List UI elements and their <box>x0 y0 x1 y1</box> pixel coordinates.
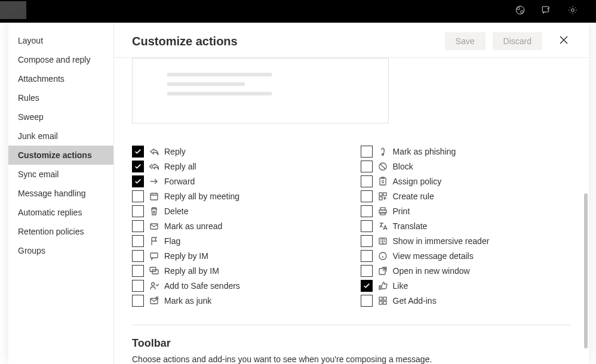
option-mark-as-unread: Mark as unread <box>132 218 343 233</box>
checkbox[interactable] <box>132 220 144 232</box>
sidebar-item-groups[interactable]: Groups <box>8 241 113 260</box>
option-label: Get Add-ins <box>393 296 437 306</box>
option-assign-policy: Assign policy <box>361 174 572 189</box>
sidebar-item-message-handling[interactable]: Message handling <box>8 184 113 203</box>
trash-icon <box>149 206 159 217</box>
svg-rect-5 <box>150 193 158 200</box>
settings-panel: LayoutCompose and replyAttachmentsRulesS… <box>8 23 589 364</box>
checkbox[interactable] <box>132 235 144 247</box>
checkbox[interactable] <box>361 220 373 232</box>
checkbox[interactable] <box>132 190 144 202</box>
forward-icon <box>149 176 159 187</box>
sidebar-item-retention-policies[interactable]: Retention policies <box>8 222 113 241</box>
discard-button[interactable]: Discard <box>493 32 542 50</box>
options-column-right: Mark as phishingBlockAssign policyCreate… <box>361 144 572 308</box>
option-label: Open in new window <box>393 266 470 276</box>
rule-icon <box>377 191 388 202</box>
option-create-rule: Create rule <box>361 189 572 203</box>
option-label: View message details <box>393 251 474 261</box>
option-mark-as-junk: Mark as junk <box>132 293 343 308</box>
option-block: Block <box>361 159 572 174</box>
checkbox[interactable] <box>132 175 144 187</box>
topbar-right <box>515 5 596 18</box>
option-label: Like <box>393 281 408 291</box>
preview-line <box>167 73 272 76</box>
details-icon <box>377 251 388 261</box>
checkbox[interactable] <box>132 146 144 158</box>
sidebar-item-layout[interactable]: Layout <box>8 31 113 50</box>
option-label: Mark as junk <box>164 296 211 306</box>
option-label: Reply all by IM <box>164 266 219 276</box>
checkbox[interactable] <box>361 175 373 187</box>
checkbox[interactable] <box>361 265 373 277</box>
content-scroll: ReplyReply allForwardReply all by meetin… <box>114 58 589 364</box>
checkbox[interactable] <box>361 161 373 172</box>
reply-all-icon <box>149 161 159 172</box>
settings-gear-icon[interactable] <box>567 5 578 18</box>
translate-icon <box>377 221 388 232</box>
checkbox[interactable] <box>132 265 144 277</box>
scrollbar-thumb[interactable] <box>584 193 588 348</box>
svg-point-4 <box>572 9 575 12</box>
page-title: Customize actions <box>132 35 238 48</box>
calendar-icon <box>149 191 159 202</box>
option-reply-all: Reply all <box>132 159 343 174</box>
sidebar-item-customize-actions[interactable]: Customize actions <box>8 146 113 165</box>
svg-rect-18 <box>379 197 382 200</box>
action-options-grid: ReplyReply allForwardReply all by meetin… <box>132 144 571 308</box>
checkbox[interactable] <box>132 280 144 292</box>
scrollbar-track[interactable] <box>583 56 589 364</box>
svg-point-2 <box>521 11 524 14</box>
feedback-icon[interactable] <box>541 5 552 18</box>
sidebar-item-attachments[interactable]: Attachments <box>8 69 113 88</box>
sidebar-item-automatic-replies[interactable]: Automatic replies <box>8 203 113 222</box>
option-label: Reply all <box>164 162 196 171</box>
chat-all-icon <box>149 266 159 276</box>
svg-rect-28 <box>383 301 386 304</box>
settings-sidebar: LayoutCompose and replyAttachmentsRulesS… <box>8 23 113 364</box>
sidebar-item-junk-email[interactable]: Junk email <box>8 127 113 146</box>
option-label: Create rule <box>393 192 434 201</box>
option-label: Translate <box>393 221 428 231</box>
checkbox[interactable] <box>361 205 373 217</box>
option-label: Assign policy <box>393 177 442 186</box>
checkbox[interactable] <box>361 280 373 292</box>
option-reply: Reply <box>132 144 343 159</box>
checkbox[interactable] <box>361 190 373 202</box>
option-get-add-ins: Get Add-ins <box>361 293 572 308</box>
app-launcher[interactable] <box>0 1 26 19</box>
option-reply-all-by-meeting: Reply all by meeting <box>132 189 343 203</box>
settings-content: Customize actions Save Discard ReplyRepl… <box>113 23 589 364</box>
sidebar-item-sweep[interactable]: Sweep <box>8 107 113 127</box>
option-label: Reply by IM <box>164 251 208 261</box>
svg-rect-7 <box>150 253 158 258</box>
close-button[interactable] <box>557 33 571 50</box>
preview-line <box>167 82 245 86</box>
checkbox[interactable] <box>132 161 144 172</box>
checkbox[interactable] <box>361 250 373 262</box>
option-view-message-details: View message details <box>361 248 572 263</box>
option-like: Like <box>361 278 572 293</box>
toolbar-section: Toolbar Choose actions and add-ins you w… <box>132 325 571 364</box>
sidebar-item-compose-and-reply[interactable]: Compose and reply <box>8 50 113 69</box>
checkbox[interactable] <box>132 295 144 307</box>
option-mark-as-phishing: Mark as phishing <box>361 144 572 159</box>
svg-rect-17 <box>383 193 386 196</box>
mail-junk-icon <box>149 295 159 306</box>
checkbox[interactable] <box>361 295 373 307</box>
option-label: Print <box>393 206 410 216</box>
skype-icon[interactable] <box>515 5 526 18</box>
option-delete: Delete <box>132 203 343 218</box>
options-column-left: ReplyReply allForwardReply all by meetin… <box>132 144 343 308</box>
block-icon <box>377 161 388 172</box>
checkbox[interactable] <box>361 146 373 158</box>
option-open-in-new-window: Open in new window <box>361 263 572 278</box>
sidebar-item-sync-email[interactable]: Sync email <box>8 165 113 184</box>
checkbox[interactable] <box>132 250 144 262</box>
svg-rect-25 <box>379 297 382 300</box>
sidebar-item-rules[interactable]: Rules <box>8 88 113 107</box>
svg-point-1 <box>517 7 520 10</box>
checkbox[interactable] <box>132 205 144 217</box>
save-button[interactable]: Save <box>445 32 486 50</box>
checkbox[interactable] <box>361 235 373 247</box>
